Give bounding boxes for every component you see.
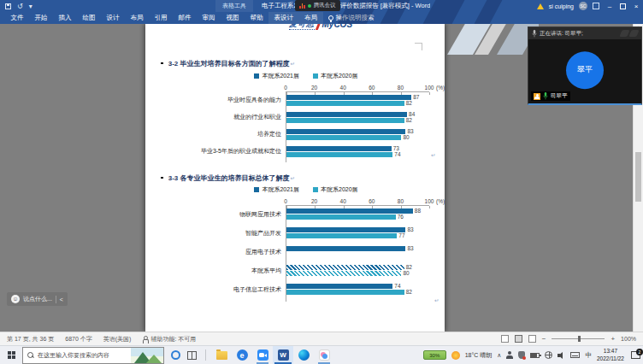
tray-volume-icon[interactable] [557,351,565,359]
chart-row: 培养定位8380 [190,126,445,143]
browser-button[interactable]: e [232,346,252,364]
account-avatar[interactable]: SC [579,2,587,10]
chat-widget-label[interactable]: 说点什么... [23,295,52,303]
floating-chat-widget[interactable]: ☺ 说点什么... < [7,292,68,306]
minimize-button[interactable]: – [605,3,615,10]
chart-row: 智能产品开发8377 [190,224,445,243]
quick-access-toolbar: ↺ ▾ [5,0,32,12]
tencent-meeting-mini-bar[interactable]: 腾讯会议 [295,0,340,11]
bar-plot-area: 83 [286,243,429,261]
desktop: ↺ ▾ 表格工具 电子工程系2021届培养质量评价数据报告 [兼容模式] - W… [0,0,643,364]
tab-4[interactable]: 设计 [101,12,125,24]
web-layout-button[interactable] [528,335,536,343]
task-view-icon[interactable] [187,351,197,360]
emoji-icon[interactable]: ☺ [11,295,20,303]
axis-tick-label: 40 [340,85,346,91]
zoom-slider-knob[interactable] [578,336,581,342]
zoom-level[interactable]: 100% [621,336,636,342]
legend-item-0: 本院系2021届 [254,72,299,80]
bar-value-label: 77 [398,232,404,238]
margin-corner-mark [415,43,422,50]
tray-battery-icon[interactable] [530,353,540,358]
tab-8[interactable]: 审阅 [197,12,221,24]
bar-series-1: 82 [286,118,404,123]
mic-icon [532,30,537,38]
taskbar-search-box[interactable]: 在这里输入你要搜索的内容 [22,347,164,364]
read-mode-button[interactable] [501,335,509,343]
weather-text[interactable]: 18°C 晴朗 [465,351,493,360]
chart-legend: 本院系2021届本院系2020届 [178,72,434,80]
tray-person-icon[interactable] [506,351,513,359]
language-indicator[interactable]: 英语(美国) [103,335,132,343]
clock[interactable]: 13:47 2022/11/22 [597,348,624,362]
tab-5[interactable]: 布局 [125,12,149,24]
bar-value-label: 80 [403,134,409,140]
tray-security-icon[interactable] [518,351,525,359]
edge-button[interactable] [293,346,314,364]
page-info[interactable]: 第 17 页, 共 36 页 [7,335,54,343]
tray-touch-keyboard-icon[interactable] [570,352,580,358]
ime-indicator[interactable]: 中 [585,351,592,360]
context-tab-1[interactable]: 布局 [299,12,323,24]
tab-0[interactable]: 文件 [5,12,29,24]
meeting-panel-header: 正在讲话: 司翠平; [528,27,641,39]
print-layout-button[interactable] [515,335,522,343]
legend-label: 本院系2021届 [262,185,299,194]
restore-button[interactable] [620,3,626,9]
tab-2[interactable]: 插入 [53,12,77,24]
undo-icon[interactable]: ↺ [17,3,23,10]
section-heading-3-3: 3-3 各专业毕业生的培养目标总体了解度↵ [161,173,295,183]
axis-tick-label: 20 [311,198,317,204]
battery-widget[interactable]: 30% [423,350,446,360]
axis-tick-label: 100 [425,198,434,204]
tencent-meeting-button[interactable] [252,346,273,364]
tab-3[interactable]: 绘图 [77,12,101,24]
tab-1[interactable]: 开始 [29,12,53,24]
chat-app-button[interactable] [314,346,334,364]
axis-unit-label: (%) [436,85,445,91]
warning-icon[interactable] [537,3,544,9]
tab-7[interactable]: 邮件 [173,12,197,24]
participant-name-chip: 司翠平 [531,91,570,101]
bar-value-label: 82 [406,289,412,295]
tab-10[interactable]: 帮助 [245,12,268,24]
hidden-icons-chevron[interactable]: ∧ [497,352,501,359]
logo-cn-text: 麦可思 [289,24,315,30]
search-highlight-image[interactable] [131,348,163,363]
axis-unit-label: (%) [436,198,445,204]
start-button[interactable] [0,346,22,364]
tray-network-icon[interactable] [545,351,552,359]
legend-swatch [313,73,318,79]
bar-plot-area: 8280 [286,261,429,280]
tab-9[interactable]: 视图 [221,12,245,24]
cortana-icon[interactable] [171,350,180,360]
zoom-in-button[interactable]: + [611,335,615,343]
close-button[interactable]: × [631,3,641,10]
logo-en-text: MyCOS [322,24,353,29]
axis-tick-label: 40 [340,198,346,204]
qat-more-icon[interactable]: ▾ [29,3,32,10]
word-icon: W [278,349,289,361]
word-button[interactable]: W [273,346,293,364]
bar-series-1: 80 [286,271,401,276]
system-tray: 30% 18°C 晴朗 ∧ 中 13:47 2022/11/22 2 [423,348,643,362]
scrollbar-thumb[interactable] [635,152,641,202]
tell-me-search[interactable]: 操作说明搜索 [323,12,380,24]
ribbon-display-options-icon[interactable] [593,3,599,9]
zoom-out-button[interactable]: − [542,335,546,343]
bar-series-0: 88 [286,208,413,214]
zoom-slider[interactable] [552,338,605,339]
mycos-logo: 麦可思 MyCOS [289,24,352,30]
meeting-video-panel[interactable]: 正在讲话: 司翠平; 翠平 司翠平 [528,26,642,105]
tab-6[interactable]: 引用 [149,12,173,24]
time-text: 13:47 [597,348,624,355]
file-explorer-button[interactable] [211,346,232,364]
save-icon[interactable] [5,3,11,9]
action-center-icon[interactable]: 2 [631,351,640,359]
collapse-icon[interactable]: < [60,296,63,302]
accessibility-status[interactable]: 辅助功能: 不可用 [142,335,196,343]
word-count[interactable]: 6870 个字 [65,335,92,343]
meeting-app-icon [257,349,268,361]
account-name[interactable]: si cuiping [549,3,574,9]
context-tab-0[interactable]: 表设计 [268,12,299,24]
